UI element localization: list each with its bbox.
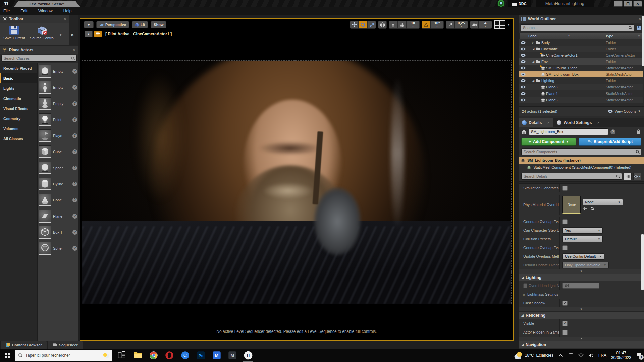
outliner-row-env[interactable]: ◢EnvFolder <box>519 58 643 65</box>
surface-snap-button[interactable] <box>389 21 397 29</box>
outliner-column-header[interactable]: Label▲ Type ▼ <box>519 33 643 39</box>
menu-window[interactable]: Window <box>33 7 58 15</box>
expand-toolbar-chevrons-icon[interactable]: » <box>70 31 74 38</box>
menu-file[interactable]: File <box>0 7 15 15</box>
weather-widget[interactable]: 18°C Eclaircies <box>514 352 553 359</box>
expand-advanced-button[interactable]: ▼ <box>519 337 644 341</box>
category-cinematic[interactable]: Cinematic <box>0 94 37 104</box>
grid-snap-button[interactable] <box>397 21 406 29</box>
tab-content-browser[interactable]: Content Browser <box>1 341 47 349</box>
viewport-options-button[interactable]: ▼ <box>84 21 94 28</box>
dropdown-yes[interactable]: Yes▼ <box>562 227 603 234</box>
place-item-sphere[interactable]: Spher? <box>38 160 78 176</box>
menu-edit[interactable]: Edit <box>15 7 33 15</box>
checkbox[interactable] <box>562 330 568 335</box>
close-icon[interactable]: ✕ <box>73 48 75 52</box>
category-all-classes[interactable]: All Classes <box>0 134 37 144</box>
viewport-layout-caret-icon[interactable]: ▼ <box>507 23 510 26</box>
details-search-input[interactable] <box>521 173 622 180</box>
close-icon[interactable]: ✕ <box>639 17 641 21</box>
grid-snap-value-button[interactable]: 10▼ <box>406 21 420 29</box>
category-volumes[interactable]: Volumes <box>0 124 37 134</box>
expander-collapsed-icon[interactable]: ▷ <box>523 293 526 296</box>
visibility-eye-icon[interactable] <box>519 79 527 82</box>
expander-expanded-icon[interactable]: ◢ <box>531 79 535 82</box>
checkbox[interactable] <box>523 283 527 288</box>
camera-speed-button[interactable] <box>470 21 479 29</box>
wifi-icon[interactable] <box>578 353 584 358</box>
compile-status-icon[interactable] <box>497 0 505 7</box>
language-indicator[interactable]: FRA <box>598 353 606 358</box>
expander-collapsed-icon[interactable]: ▷ <box>531 41 535 44</box>
taskbar-app-m-blue[interactable]: M <box>209 349 224 362</box>
rotation-snap-value-button[interactable]: 10°▼ <box>430 21 444 29</box>
search-highlight-weather-icon[interactable] <box>103 353 109 358</box>
visibility-eye-icon[interactable] <box>519 60 527 63</box>
camera-speed-value-button[interactable]: 4▼ <box>479 21 492 29</box>
scale-snap-value-button[interactable]: 0,25▼ <box>454 21 468 29</box>
outliner-row-plane5[interactable]: Plane5StaticMeshActor <box>519 97 643 103</box>
checkbox[interactable] <box>562 219 568 224</box>
visibility-eye-icon[interactable] <box>519 92 527 95</box>
pilot-camera-button[interactable] <box>94 31 102 37</box>
place-item-plane[interactable]: Plane? <box>38 208 78 224</box>
visibility-eye-icon[interactable] <box>519 66 527 70</box>
help-icon[interactable]: ? <box>72 101 77 106</box>
rendered-scene-image[interactable] <box>82 60 512 304</box>
lock-icon[interactable] <box>636 129 641 134</box>
lit-mode-button[interactable]: Lit <box>132 21 148 28</box>
asset-thumbnail[interactable]: None <box>562 196 581 214</box>
browse-icon[interactable] <box>590 207 595 211</box>
tab-sequencer[interactable]: Sequencer <box>48 341 83 349</box>
taskbar-app-m-dark[interactable]: M <box>224 349 240 362</box>
move-tool-button[interactable] <box>350 21 359 29</box>
taskbar-app-file-explorer[interactable] <box>130 349 146 362</box>
dropdown-only-update-movable[interactable]: Only Update Movable▼ <box>562 262 609 268</box>
world-space-toggle-button[interactable] <box>378 21 387 29</box>
tab-world-settings[interactable]: World Settings ✕ <box>553 118 603 127</box>
help-icon[interactable]: ? <box>72 214 77 219</box>
visibility-eye-icon[interactable] <box>519 85 527 89</box>
outliner-row-body[interactable]: ▷BodyFolder <box>519 39 643 46</box>
blueprint-add-script-button[interactable]: Blueprint/Add Script <box>579 138 641 146</box>
place-item-cone[interactable]: Cone? <box>38 192 78 208</box>
component-row-instance[interactable]: SM_Lightroom_Box (Instance) <box>519 157 644 164</box>
taskbar-app-chrome[interactable] <box>146 349 161 362</box>
actor-name-input[interactable] <box>529 128 608 135</box>
minimize-button[interactable]: – <box>614 1 623 7</box>
section-header-lighting[interactable]: ◢Lighting <box>519 274 644 281</box>
dropdown-none[interactable]: None▼ <box>583 199 623 205</box>
taskbar-app-circle-app[interactable]: C <box>177 349 193 362</box>
outliner-row-plane3[interactable]: Plane3StaticMeshActor <box>519 84 643 90</box>
help-icon[interactable]: ? <box>72 149 77 154</box>
checkbox[interactable] <box>562 245 568 250</box>
cast-screen-icon[interactable] <box>568 353 574 358</box>
taskbar-search-box[interactable]: Taper ici pour rechercher <box>15 350 112 361</box>
place-actors-search-input[interactable] <box>1 55 77 62</box>
add-filter-icon[interactable] <box>636 25 642 31</box>
components-search-input[interactable] <box>521 148 641 155</box>
source-control-button[interactable]: Source Control <box>30 25 54 40</box>
help-icon[interactable]: ? <box>72 198 77 202</box>
place-item-cube[interactable]: Cube? <box>38 144 78 160</box>
viewport-layout-button[interactable] <box>494 20 505 29</box>
help-icon[interactable]: ? <box>72 246 77 251</box>
property-matrix-button[interactable] <box>624 173 632 180</box>
visibility-eye-icon[interactable] <box>519 98 527 102</box>
place-item-cylinder[interactable]: Cylinc? <box>38 176 78 192</box>
category-visual-effects[interactable]: Visual Effects <box>0 104 37 114</box>
show-flags-button[interactable]: Show <box>151 21 166 28</box>
view-options-button[interactable]: View Options ▼ <box>608 109 641 113</box>
help-icon[interactable]: ? <box>610 129 615 134</box>
dropdown-use-config-default[interactable]: Use Config Default▼ <box>562 253 604 260</box>
category-lights[interactable]: Lights <box>0 83 37 94</box>
outliner-search-input[interactable] <box>521 24 634 31</box>
checkbox[interactable]: ✓ <box>562 321 568 326</box>
menu-help[interactable]: Help <box>58 7 77 15</box>
place-item-pawn[interactable]: Empty? <box>38 96 78 112</box>
place-item-point-light[interactable]: Point? <box>38 112 78 128</box>
visibility-eye-icon[interactable] <box>519 47 527 51</box>
visibility-eye-icon[interactable] <box>519 54 527 57</box>
place-item-box-trigger[interactable]: Box T? <box>38 224 78 240</box>
outliner-row-lighting[interactable]: ◢LightingFolder <box>519 77 643 84</box>
